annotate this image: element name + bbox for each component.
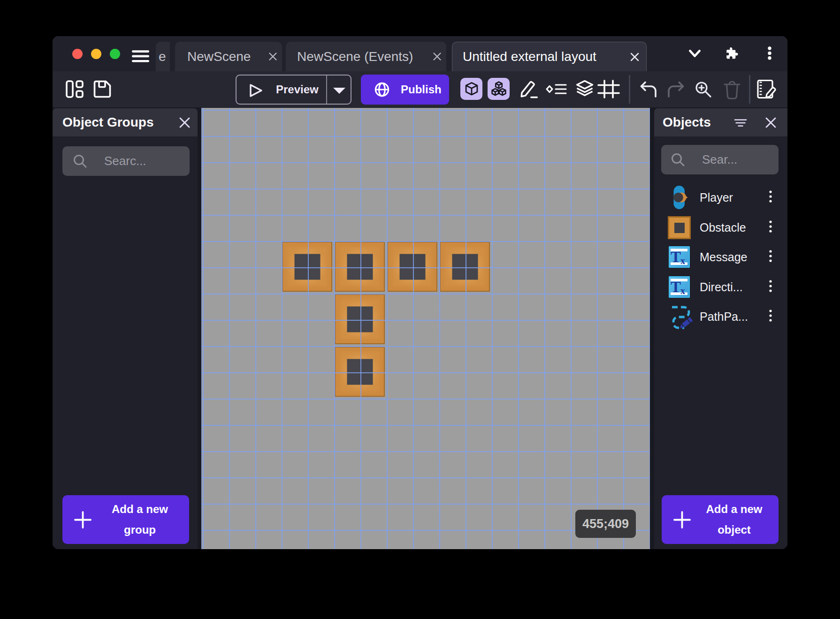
svg-text:T: T [671,279,681,295]
svg-text:x: x [680,286,685,296]
svg-text:T: T [671,249,681,265]
svg-text:x: x [680,256,685,266]
